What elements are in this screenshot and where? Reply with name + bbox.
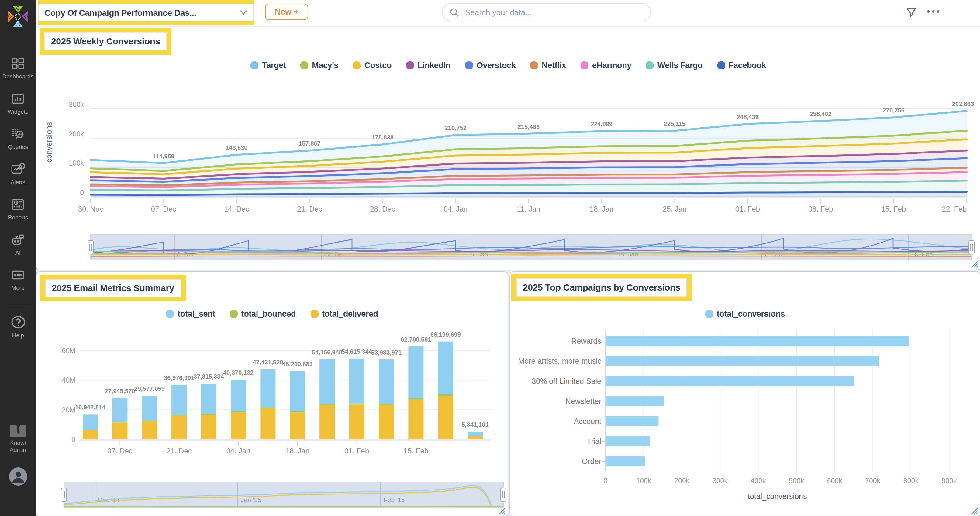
navigator[interactable]: 8. Dec22. Dec5. Jan19. Jan2. Feb16. Feb (88, 235, 974, 260)
legend-label: Costco (364, 61, 391, 70)
svg-text:0: 0 (72, 435, 75, 443)
legend-label: total_sent (178, 310, 215, 319)
svg-text:conversions: conversions (45, 122, 53, 162)
campaign-bar[interactable] (606, 437, 650, 446)
legend-swatch (166, 310, 174, 318)
legend-swatch (646, 61, 654, 69)
email-legend: total_senttotal_bouncedtotal_delivered (37, 310, 508, 319)
svg-text:200k: 200k (69, 130, 84, 138)
svg-text:Order: Order (582, 457, 601, 465)
widget-resize-handle[interactable] (498, 508, 506, 515)
filter-icon[interactable] (905, 6, 917, 18)
widget-resize-handle[interactable] (971, 261, 978, 268)
svg-text:21. Dec: 21. Dec (297, 205, 322, 213)
svg-text:258,402: 258,402 (810, 111, 832, 117)
dashboard-select-highlight: Copy Of Campaign Performance Das... (38, 0, 254, 25)
svg-text:225,115: 225,115 (664, 120, 686, 127)
navigator[interactable]: Dec '14Jan '15Feb '15 (61, 482, 506, 508)
legend-item[interactable]: total_conversions (705, 310, 785, 319)
svg-text:15. Feb: 15. Feb (404, 447, 428, 455)
campaign-bar[interactable] (606, 416, 659, 426)
svg-text:27,945,570: 27,945,570 (105, 388, 135, 394)
navigator-handle[interactable] (88, 241, 93, 254)
knowi-logo-icon[interactable] (7, 5, 29, 29)
legend-item[interactable]: LinkedIn (406, 61, 450, 70)
queries-icon (10, 126, 25, 141)
sidebar-item-knowi-admin[interactable]: Knowi Admin (0, 426, 36, 453)
legend-item[interactable]: Costco (353, 61, 391, 70)
svg-text:900k: 900k (942, 477, 956, 485)
more-options-icon[interactable] (926, 10, 940, 13)
legend-label: Overstock (477, 61, 516, 70)
new-button[interactable]: New + (265, 4, 308, 20)
svg-text:114,959: 114,959 (153, 153, 175, 160)
svg-text:200k: 200k (674, 477, 689, 485)
legend-item[interactable]: total_delivered (310, 310, 378, 319)
svg-text:07. Dec: 07. Dec (151, 205, 176, 213)
avatar[interactable] (8, 467, 28, 486)
sidebar-item-dashboards[interactable]: Dashboards (2, 56, 33, 79)
sidebar-item-queries[interactable]: Queries (8, 126, 28, 150)
chevron-down-icon (240, 10, 247, 15)
navigator-handle[interactable] (501, 488, 506, 502)
svg-text:292,863: 292,863 (952, 101, 974, 107)
sidebar-item-label: More (11, 284, 24, 291)
legend-item[interactable]: Macy's (300, 61, 338, 70)
campaign-bar[interactable] (606, 456, 645, 466)
legend-item[interactable]: total_sent (166, 310, 215, 319)
sidebar-item-more[interactable]: More (10, 267, 25, 291)
svg-text:11. Jan: 11. Jan (517, 205, 541, 213)
navigator-handle[interactable] (61, 488, 67, 502)
svg-text:28. Dec: 28. Dec (370, 205, 395, 213)
sidebar-divider (6, 304, 30, 305)
svg-text:62,780,581: 62,780,581 (401, 336, 431, 343)
campaign-bar[interactable] (606, 356, 879, 366)
svg-text:30. Nov: 30. Nov (78, 205, 103, 213)
sidebar-item-help[interactable]: Help (10, 314, 26, 338)
legend-item[interactable]: Target (250, 61, 286, 70)
svg-text:5,341,101: 5,341,101 (462, 421, 489, 428)
help-icon (10, 314, 26, 330)
svg-text:04. Jan: 04. Jan (226, 447, 250, 455)
legend-item[interactable]: total_bounced (230, 310, 296, 319)
legend-item[interactable]: Netflix (530, 61, 566, 70)
admin-tie-icon (10, 426, 26, 437)
campaign-bar[interactable] (606, 336, 910, 346)
legend-swatch (717, 61, 725, 69)
legend-label: eHarmony (592, 61, 632, 70)
svg-text:29,577,059: 29,577,059 (134, 385, 165, 392)
sidebar-item-alerts[interactable]: Alerts (10, 162, 25, 185)
sidebar-item-reports[interactable]: Reports (8, 197, 28, 221)
svg-text:01. Feb: 01. Feb (344, 447, 369, 455)
sidebar-item-widgets[interactable]: Widgets (8, 91, 29, 115)
widget-email-metrics: 2025 Email Metrics Summary total_senttot… (36, 271, 508, 516)
campaign-bar[interactable] (606, 376, 854, 386)
dashboard-select-value: Copy Of Campaign Performance Das... (45, 8, 196, 17)
svg-text:248,439: 248,439 (737, 114, 759, 120)
legend-swatch (310, 310, 318, 318)
search-bar[interactable] (442, 3, 651, 21)
widget-top-campaigns: 2025 Top Campaigns by Conversions total_… (509, 271, 980, 516)
legend-swatch (530, 61, 538, 69)
svg-text:66,199,699: 66,199,699 (430, 331, 461, 338)
top-campaigns-chart[interactable]: 0100k200k300k400k500k600k700k800k900kRew… (510, 271, 980, 516)
svg-text:210,752: 210,752 (445, 125, 466, 131)
legend-item[interactable]: Wells Fargo (646, 61, 703, 70)
navigator-handle[interactable] (969, 241, 974, 254)
legend-item[interactable]: Overstock (465, 61, 516, 70)
dashboard-select[interactable]: Copy Of Campaign Performance Das... (38, 4, 253, 21)
legend-label: total_bounced (241, 310, 296, 319)
legend-item[interactable]: Facebook (717, 61, 766, 70)
email-metrics-chart[interactable]: 020M40M60M16,942,81427,945,57029,577,059… (37, 271, 508, 516)
campaign-bar[interactable] (606, 396, 664, 406)
legend-item[interactable]: eHarmony (581, 61, 632, 70)
widget-resize-handle[interactable] (971, 508, 978, 515)
svg-text:22. Feb: 22. Feb (942, 205, 967, 213)
sidebar-item-label: Knowi Admin (5, 440, 31, 453)
legend-swatch (300, 61, 308, 69)
legend-label: Wells Fargo (657, 61, 703, 70)
search-input[interactable] (464, 7, 643, 17)
svg-text:600k: 600k (827, 477, 842, 485)
sidebar-item-ai[interactable]: AI (10, 232, 25, 256)
dashboards-icon (10, 56, 25, 71)
